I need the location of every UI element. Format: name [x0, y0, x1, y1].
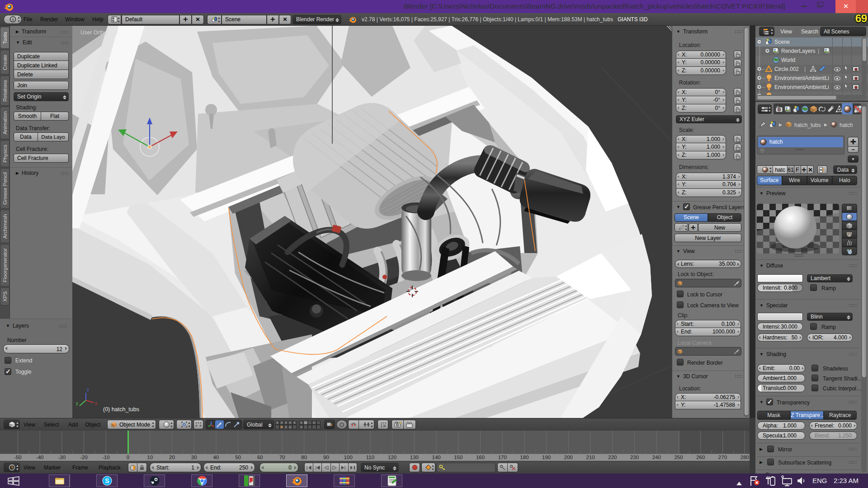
svg-text:S: S: [105, 477, 109, 484]
svg-text:(0) hatch_tubs: (0) hatch_tubs: [103, 406, 139, 413]
svg-text:User Ortho: User Ortho: [80, 29, 107, 36]
svg-text:z: z: [87, 387, 89, 392]
svg-text:i: i: [12, 17, 14, 22]
svg-text:y: y: [76, 401, 78, 406]
svg-text:x: x: [95, 401, 97, 406]
